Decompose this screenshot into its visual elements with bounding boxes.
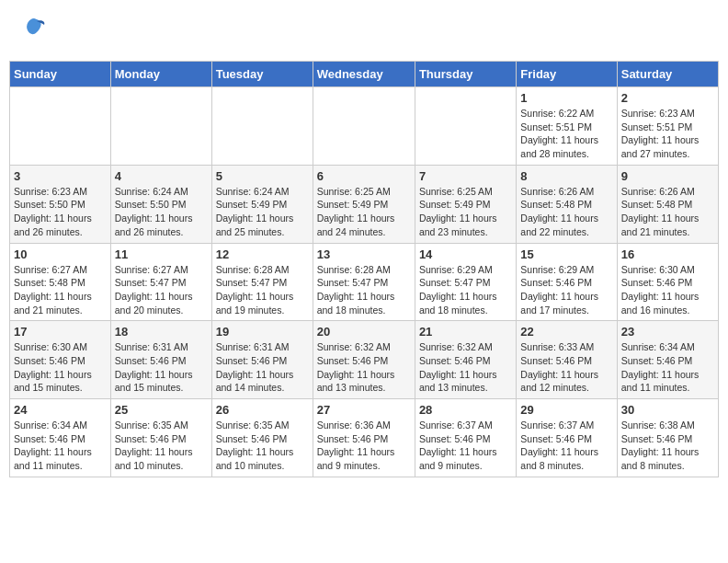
day-info: Sunrise: 6:24 AM Sunset: 5:50 PM Dayligh… [115,185,208,239]
calendar-cell: 24Sunrise: 6:34 AM Sunset: 5:46 PM Dayli… [10,399,111,477]
calendar-cell: 26Sunrise: 6:35 AM Sunset: 5:46 PM Dayli… [211,399,313,477]
day-number: 9 [621,169,714,183]
calendar-cell: 18Sunrise: 6:31 AM Sunset: 5:46 PM Dayli… [110,321,211,399]
calendar-cell: 14Sunrise: 6:29 AM Sunset: 5:47 PM Dayli… [415,243,516,321]
day-info: Sunrise: 6:32 AM Sunset: 5:46 PM Dayligh… [317,340,411,395]
week-row-4: 17Sunrise: 6:30 AM Sunset: 5:46 PM Dayli… [10,321,719,399]
calendar-cell: 16Sunrise: 6:30 AM Sunset: 5:46 PM Dayli… [617,243,718,321]
day-number: 11 [115,247,208,261]
week-row-1: 1Sunrise: 6:22 AM Sunset: 5:51 PM Daylig… [10,87,719,166]
calendar-cell: 15Sunrise: 6:29 AM Sunset: 5:46 PM Dayli… [517,243,617,321]
day-info: Sunrise: 6:35 AM Sunset: 5:46 PM Dayligh… [115,419,208,473]
day-number: 6 [317,169,411,183]
day-number: 30 [621,403,714,417]
calendar-cell: 29Sunrise: 6:37 AM Sunset: 5:46 PM Dayli… [517,399,617,477]
week-row-2: 3Sunrise: 6:23 AM Sunset: 5:50 PM Daylig… [10,165,719,243]
day-info: Sunrise: 6:24 AM Sunset: 5:49 PM Dayligh… [216,185,309,239]
day-number: 22 [520,325,612,339]
day-info: Sunrise: 6:30 AM Sunset: 5:46 PM Dayligh… [14,340,107,395]
calendar-cell: 21Sunrise: 6:32 AM Sunset: 5:46 PM Dayli… [415,321,516,399]
weekday-wednesday: Wednesday [313,62,415,87]
weekday-sunday: Sunday [10,62,111,87]
day-number: 25 [115,403,208,417]
calendar-cell: 13Sunrise: 6:28 AM Sunset: 5:47 PM Dayli… [313,243,415,321]
logo [18,14,48,47]
calendar-cell: 9Sunrise: 6:26 AM Sunset: 5:48 PM Daylig… [617,165,718,243]
header [9,9,719,52]
calendar-cell [211,87,313,166]
day-info: Sunrise: 6:26 AM Sunset: 5:48 PM Dayligh… [520,185,612,239]
day-number: 7 [419,169,512,183]
weekday-header-row: SundayMondayTuesdayWednesdayThursdayFrid… [10,62,719,87]
day-number: 14 [419,247,512,261]
calendar: SundayMondayTuesdayWednesdayThursdayFrid… [9,61,719,477]
calendar-cell: 23Sunrise: 6:34 AM Sunset: 5:46 PM Dayli… [617,321,718,399]
day-info: Sunrise: 6:30 AM Sunset: 5:46 PM Dayligh… [621,263,714,317]
day-info: Sunrise: 6:27 AM Sunset: 5:47 PM Dayligh… [115,263,208,317]
day-number: 5 [216,169,309,183]
day-number: 3 [14,169,107,183]
weekday-saturday: Saturday [617,62,718,87]
calendar-cell: 1Sunrise: 6:22 AM Sunset: 5:51 PM Daylig… [517,87,617,166]
day-info: Sunrise: 6:36 AM Sunset: 5:46 PM Dayligh… [317,419,411,473]
calendar-cell: 8Sunrise: 6:26 AM Sunset: 5:48 PM Daylig… [517,165,617,243]
calendar-cell: 11Sunrise: 6:27 AM Sunset: 5:47 PM Dayli… [110,243,211,321]
calendar-cell: 22Sunrise: 6:33 AM Sunset: 5:46 PM Dayli… [517,321,617,399]
day-number: 21 [419,325,512,339]
calendar-cell: 2Sunrise: 6:23 AM Sunset: 5:51 PM Daylig… [617,87,718,166]
day-info: Sunrise: 6:34 AM Sunset: 5:46 PM Dayligh… [14,419,107,473]
day-info: Sunrise: 6:25 AM Sunset: 5:49 PM Dayligh… [419,185,512,239]
weekday-monday: Monday [110,62,211,87]
calendar-cell [415,87,516,166]
calendar-cell: 7Sunrise: 6:25 AM Sunset: 5:49 PM Daylig… [415,165,516,243]
calendar-cell: 28Sunrise: 6:37 AM Sunset: 5:46 PM Dayli… [415,399,516,477]
calendar-cell: 5Sunrise: 6:24 AM Sunset: 5:49 PM Daylig… [211,165,313,243]
day-number: 10 [14,247,107,261]
calendar-cell: 20Sunrise: 6:32 AM Sunset: 5:46 PM Dayli… [313,321,415,399]
day-info: Sunrise: 6:26 AM Sunset: 5:48 PM Dayligh… [621,185,714,239]
day-number: 2 [621,91,714,105]
day-info: Sunrise: 6:35 AM Sunset: 5:46 PM Dayligh… [216,419,309,473]
day-info: Sunrise: 6:28 AM Sunset: 5:47 PM Dayligh… [317,263,411,317]
day-info: Sunrise: 6:29 AM Sunset: 5:47 PM Dayligh… [419,263,512,317]
calendar-cell: 4Sunrise: 6:24 AM Sunset: 5:50 PM Daylig… [110,165,211,243]
day-info: Sunrise: 6:31 AM Sunset: 5:46 PM Dayligh… [216,340,309,395]
day-number: 15 [520,247,612,261]
day-info: Sunrise: 6:31 AM Sunset: 5:46 PM Dayligh… [115,340,208,395]
weekday-friday: Friday [517,62,617,87]
day-number: 16 [621,247,714,261]
day-number: 29 [520,403,612,417]
day-info: Sunrise: 6:23 AM Sunset: 5:51 PM Dayligh… [621,107,714,161]
calendar-cell: 17Sunrise: 6:30 AM Sunset: 5:46 PM Dayli… [10,321,111,399]
day-info: Sunrise: 6:29 AM Sunset: 5:46 PM Dayligh… [520,263,612,317]
day-number: 17 [14,325,107,339]
day-info: Sunrise: 6:33 AM Sunset: 5:46 PM Dayligh… [520,340,612,395]
day-info: Sunrise: 6:23 AM Sunset: 5:50 PM Dayligh… [14,185,107,239]
calendar-cell [110,87,211,166]
day-info: Sunrise: 6:22 AM Sunset: 5:51 PM Dayligh… [520,107,612,161]
day-info: Sunrise: 6:32 AM Sunset: 5:46 PM Dayligh… [419,340,512,395]
week-row-5: 24Sunrise: 6:34 AM Sunset: 5:46 PM Dayli… [10,399,719,477]
day-number: 23 [621,325,714,339]
day-number: 19 [216,325,309,339]
week-row-3: 10Sunrise: 6:27 AM Sunset: 5:48 PM Dayli… [10,243,719,321]
calendar-cell: 30Sunrise: 6:38 AM Sunset: 5:46 PM Dayli… [617,399,718,477]
day-number: 1 [520,91,612,105]
day-info: Sunrise: 6:27 AM Sunset: 5:48 PM Dayligh… [14,263,107,317]
day-number: 8 [520,169,612,183]
day-info: Sunrise: 6:37 AM Sunset: 5:46 PM Dayligh… [419,419,512,473]
calendar-cell: 12Sunrise: 6:28 AM Sunset: 5:47 PM Dayli… [211,243,313,321]
day-number: 12 [216,247,309,261]
logo-bird-icon [20,14,48,41]
weekday-thursday: Thursday [415,62,516,87]
day-info: Sunrise: 6:38 AM Sunset: 5:46 PM Dayligh… [621,419,714,473]
day-number: 27 [317,403,411,417]
calendar-cell: 25Sunrise: 6:35 AM Sunset: 5:46 PM Dayli… [110,399,211,477]
day-number: 26 [216,403,309,417]
day-info: Sunrise: 6:25 AM Sunset: 5:49 PM Dayligh… [317,185,411,239]
day-info: Sunrise: 6:34 AM Sunset: 5:46 PM Dayligh… [621,340,714,395]
calendar-cell [313,87,415,166]
calendar-cell: 27Sunrise: 6:36 AM Sunset: 5:46 PM Dayli… [313,399,415,477]
calendar-cell: 19Sunrise: 6:31 AM Sunset: 5:46 PM Dayli… [211,321,313,399]
day-number: 13 [317,247,411,261]
